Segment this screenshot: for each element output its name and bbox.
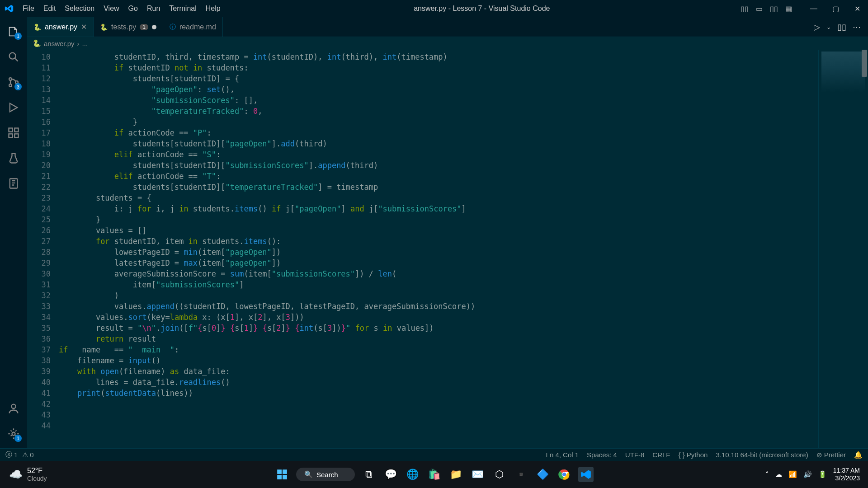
svg-point-1 (9, 78, 12, 80)
tab-badge: 1 (140, 24, 148, 30)
tab-label: answer.py (45, 23, 77, 31)
mail-icon[interactable]: ✉️ (470, 467, 485, 482)
status-language[interactable]: { } Python (678, 451, 708, 459)
clock-time: 11:37 AM (833, 467, 860, 474)
svg-rect-13 (277, 475, 282, 479)
titlebar: FileEditSelectionViewGoRunTerminalHelp a… (0, 0, 868, 17)
menu-file[interactable]: File (18, 3, 39, 14)
terminal-app-icon[interactable]: ▪️ (513, 467, 528, 482)
tab-tests-py[interactable]: 🐍tests.py 1 (94, 17, 163, 37)
svg-rect-12 (283, 469, 287, 474)
maximize-icon[interactable]: ▢ (825, 5, 846, 13)
explorer-icon[interactable]: 1 (3, 21, 24, 42)
status-bar: ⓧ 1 ⚠ 0 Ln 4, Col 1 Spaces: 4 UTF-8 CRLF… (0, 448, 868, 461)
source-control-icon[interactable]: 3 (3, 71, 24, 93)
error-icon: ⓧ (5, 450, 12, 459)
tray-battery-icon[interactable]: 🔋 (818, 470, 827, 479)
svg-point-9 (11, 404, 15, 408)
tray-onedrive-icon[interactable]: ☁ (775, 470, 782, 479)
svg-rect-6 (9, 134, 13, 137)
app-icon-1[interactable]: ⬡ (491, 467, 507, 482)
window-title: answer.py - Lesson 7 - Visual Studio Cod… (225, 5, 739, 13)
testing-icon[interactable] (3, 147, 24, 169)
menu-bar: FileEditSelectionViewGoRunTerminalHelp (18, 3, 225, 14)
line-number-gutter: 1011121314151617181920212223242526272829… (27, 50, 59, 448)
toggle-secondary-sidebar-icon[interactable]: ▯▯ (768, 5, 780, 13)
code-editor[interactable]: 1011121314151617181920212223242526272829… (27, 50, 868, 448)
taskbar-search[interactable]: 🔍 Search (296, 468, 355, 481)
toggle-primary-sidebar-icon[interactable]: ▯▯ (739, 5, 750, 13)
teams-chat-icon[interactable]: 💬 (383, 467, 398, 482)
scrollbar-vertical[interactable] (861, 50, 868, 448)
status-warning-count: 0 (30, 451, 33, 459)
tab-readme-md[interactable]: ⓘreadme.md (163, 17, 223, 37)
notebook-icon[interactable] (3, 173, 24, 194)
chrome-icon[interactable] (557, 467, 572, 482)
taskbar-center: 🔍 Search ⧉ 💬 🌐 🛍️ 📁 ✉️ ⬡ ▪️ 🔷 (274, 467, 594, 482)
status-error-count: 1 (14, 451, 18, 459)
tray-chevron-icon[interactable]: ˄ (765, 470, 769, 479)
svg-rect-7 (14, 134, 18, 137)
customize-layout-icon[interactable]: ▦ (783, 5, 794, 13)
taskbar-clock[interactable]: 11:37 AM 3/2/2023 (833, 467, 860, 482)
chevron-right-icon: › (77, 40, 80, 47)
task-view-icon[interactable]: ⧉ (361, 467, 377, 482)
settings-badge: 1 (14, 435, 22, 442)
weather-condition: Cloudy (27, 475, 47, 482)
menu-help[interactable]: Help (201, 3, 225, 14)
svg-point-2 (9, 84, 12, 87)
status-cursor-position[interactable]: Ln 4, Col 1 (546, 451, 579, 459)
svg-rect-5 (14, 128, 18, 132)
minimize-icon[interactable]: — (803, 5, 825, 13)
menu-edit[interactable]: Edit (39, 3, 61, 14)
app-icon-2[interactable]: 🔷 (535, 467, 550, 482)
menu-view[interactable]: View (99, 3, 123, 14)
accounts-icon[interactable] (3, 398, 24, 419)
start-button-icon[interactable] (274, 467, 290, 482)
split-editor-icon[interactable]: ▯▯ (837, 22, 846, 32)
tab-label: readme.md (179, 23, 216, 31)
run-file-icon[interactable]: ▷ (814, 22, 820, 32)
tab-answer-py[interactable]: 🐍answer.py ✕ (27, 17, 94, 37)
svg-point-0 (9, 53, 16, 59)
status-eol[interactable]: CRLF (652, 451, 670, 459)
tray-wifi-icon[interactable]: 📶 (788, 470, 797, 479)
editor-actions: ▷ ⌄ ▯▯ ⋯ (807, 17, 868, 37)
menu-run[interactable]: Run (142, 3, 165, 14)
close-tab-icon[interactable]: ✕ (81, 23, 87, 31)
status-interpreter[interactable]: 3.10.10 64-bit (microsoft store) (716, 451, 808, 459)
run-dropdown-icon[interactable]: ⌄ (826, 24, 831, 30)
status-prettier[interactable]: ⊘ Prettier (816, 451, 846, 459)
breadcrumb[interactable]: 🐍 answer.py › ... (27, 37, 868, 50)
tray-volume-icon[interactable]: 🔊 (803, 470, 812, 479)
svg-rect-11 (277, 469, 282, 474)
search-icon[interactable] (3, 46, 24, 68)
edge-icon[interactable]: 🌐 (405, 467, 420, 482)
unsaved-dot-icon (152, 25, 156, 29)
store-icon[interactable]: 🛍️ (426, 467, 442, 482)
status-encoding[interactable]: UTF-8 (625, 451, 645, 459)
extensions-icon[interactable] (3, 122, 24, 144)
status-indentation[interactable]: Spaces: 4 (587, 451, 617, 459)
taskbar-weather[interactable]: ☁️ 52°F Cloudy (0, 467, 47, 482)
layout-controls: ▯▯ ▭ ▯▯ ▦ (739, 5, 794, 13)
status-prettier-label: Prettier (824, 451, 846, 459)
breadcrumb-file: answer.py (44, 40, 75, 47)
more-actions-icon[interactable]: ⋯ (853, 22, 861, 32)
menu-terminal[interactable]: Terminal (165, 3, 201, 14)
settings-gear-icon[interactable]: 1 (3, 423, 24, 445)
svg-point-10 (12, 432, 15, 436)
close-window-icon[interactable]: ✕ (846, 5, 868, 13)
file-icon: 🐍 (100, 23, 108, 31)
scrollbar-thumb[interactable] (862, 50, 867, 77)
toggle-panel-icon[interactable]: ▭ (754, 5, 764, 13)
vscode-taskbar-icon[interactable] (578, 467, 594, 482)
taskbar-search-label: Search (316, 471, 338, 479)
file-explorer-icon[interactable]: 📁 (448, 467, 463, 482)
run-debug-icon[interactable] (3, 97, 24, 118)
code-content[interactable]: studentID, third, timestamp = int(studen… (59, 50, 818, 448)
status-notifications-icon[interactable]: 🔔 (854, 451, 863, 459)
menu-selection[interactable]: Selection (60, 3, 99, 14)
menu-go[interactable]: Go (124, 3, 142, 14)
status-errors[interactable]: ⓧ 1 ⚠ 0 (5, 450, 34, 459)
